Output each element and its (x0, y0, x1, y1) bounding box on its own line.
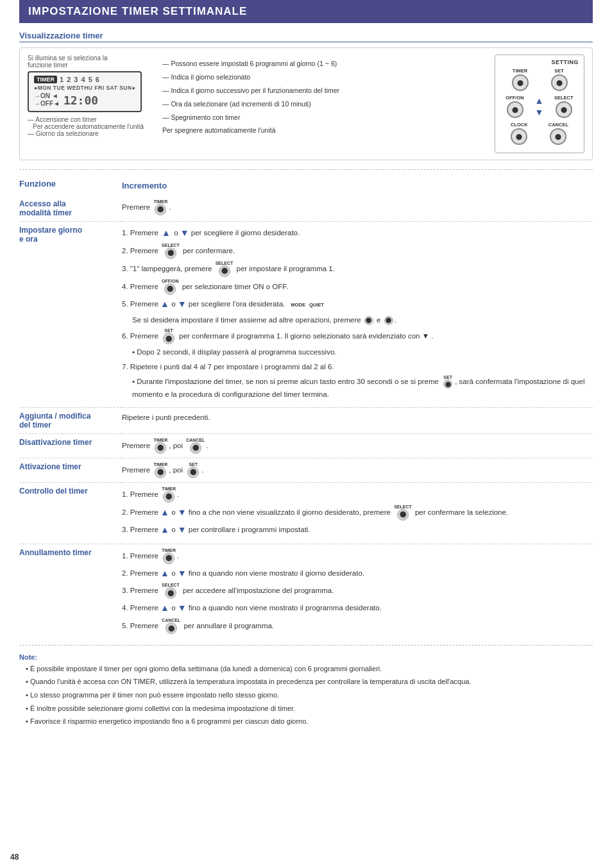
annot-5: Per spegnere automaticamente l'unità (162, 124, 488, 137)
down-ann4: ▼ (178, 603, 187, 613)
timer-icon-disatt: ⬤ (155, 442, 166, 454)
timer-time: 12:00 (64, 94, 98, 107)
btn-panel-title: SETTING (500, 59, 579, 65)
note-section: Note: • È possibile impostare il timer p… (19, 652, 593, 728)
annot-1: — Indica il giorno selezionato (162, 71, 488, 83)
annot-4: — Spegnimento con timer (162, 112, 488, 124)
divider-1 (19, 169, 593, 170)
incremento-aggiunta: Ripetere i punti precedenti. (122, 407, 593, 433)
page-number: 48 (10, 853, 19, 862)
up-arrow-1: ▲ (162, 226, 171, 241)
timer-off: →OFF◄ (34, 100, 60, 108)
step-7-sub: • Durante l'impostazione del timer, se n… (132, 375, 593, 401)
timer-days: ●MON TUE WEDTHU FRI SAT SUN● (34, 85, 135, 91)
step-1: 1. Premere ▲ o ▼ per scegliere il giorno… (122, 226, 593, 241)
incremento-controllo: 1. Premere TIMER ⬤ . 2. Premere ▲ o ▼ fi… (122, 482, 593, 544)
incremento-disatt: Premere TIMER ⬤ , poi CANCEL ⬤ . (122, 433, 593, 458)
funzione-disatt: Disattivazione timer (19, 433, 122, 458)
incremento-annull: 1. Premere TIMER ⬤ . 2. Premere ▲ o ▼ fi… (122, 544, 593, 640)
down-arrow-5: ▼ (178, 299, 187, 309)
quiet-item: QUIET (309, 301, 324, 310)
note-item-2: • Quando l'unità è accesa con ON TIMER, … (26, 676, 593, 688)
btn-offon: OFF/ON ⬤ (506, 95, 523, 118)
viz-buttons: SETTING TIMER ⬤ SET ⬤ (495, 54, 584, 153)
btn-row-1: TIMER ⬤ SET ⬤ (500, 68, 579, 91)
btn-timer-inline-wrap: TIMER ⬤ (153, 199, 167, 215)
step-7: 7. Ripetere i punti dal 4 al 7 per impos… (122, 361, 593, 374)
table-row: Impostare giornoe ora 1. Premere ▲ o ▼ p… (19, 222, 593, 408)
funzione-attiv: Attivazione timer (19, 458, 122, 482)
main-title: IMPOSTAZIONE TIMER SETTIMANALE (19, 0, 593, 23)
timer-numbers: 1 2 3 4 5 6 (60, 76, 100, 83)
btn-clock: CLOCK ⬤ (511, 122, 528, 145)
note-item-1: • È possibile impostare il timer per ogn… (26, 664, 593, 675)
note-item-5: • Favorisce il risparmio energetico impo… (26, 716, 593, 728)
funzione-aggiunta: Aggiunta / modificadel timer (19, 407, 122, 433)
timer-icon-attiv: ⬤ (155, 467, 166, 478)
viz-section-title: Visualizzazione timer (19, 31, 593, 42)
annot-0: — Possono essere impostati 6 programmi a… (162, 58, 488, 70)
funzione-annull: Annullamento timer (19, 544, 122, 640)
down-arrow-1: ▼ (180, 228, 189, 238)
down-ctrl2: ▼ (178, 506, 187, 517)
up-arrow-5: ▲ (160, 299, 169, 309)
select-icon-3: ⬤ (219, 265, 230, 277)
step-6: 6. Premere SET ⬤ per confermare il progr… (122, 328, 593, 344)
step-6-sub: • Dopo 2 secondi, il display passerà al … (132, 346, 593, 359)
set-wrap-6: SET ⬤ (162, 328, 176, 344)
set-icon-6: ⬤ (163, 333, 174, 344)
main-table: Funzione Incremento Accesso allamodalità… (19, 175, 593, 640)
down-ann2: ▼ (178, 568, 187, 578)
btn-row-2: OFF/ON ⬤ ▲ ▼ SELECT ⬤ (500, 95, 579, 118)
mode-icon: ⬤ (364, 316, 373, 325)
visualizzazione-box: Si illumina se si seleziona lafunzione t… (19, 47, 593, 160)
incremento-accesso: Premere TIMER ⬤ . (122, 196, 593, 222)
btn-cancel: CANCEL ⬤ (548, 122, 568, 145)
up-wrap-1: ▲ (162, 226, 171, 241)
table-row: Attivazione timer Premere TIMER ⬤ , poi … (19, 458, 593, 482)
left-label-1: Si illumina se si seleziona lafunzione t… (28, 54, 156, 69)
timer-wrap-attiv: TIMER ⬤ (153, 462, 167, 478)
cancel-icon-disatt: ⬤ (190, 442, 201, 454)
select-wrap-2: SELECT ⬤ (162, 243, 180, 259)
page: IMPOSTAZIONE TIMER SETTIMANALE Visualizz… (0, 0, 612, 868)
note-item-4: • È inoltre possibile selezionare giorni… (26, 703, 593, 715)
funzione-impostare: Impostare giornoe ora (19, 222, 122, 408)
note-item-3: • Lo stesso programma per il timer non p… (26, 690, 593, 701)
col-incremento-header: Incremento (122, 175, 593, 196)
timer-tag: TIMER (34, 76, 57, 83)
mode-item: MODE (291, 301, 305, 310)
up-ann4: ▲ (160, 603, 169, 613)
ctrl-step-2: 2. Premere ▲ o ▼ fino a che non viene vi… (122, 505, 593, 521)
select-icon-2: ⬤ (165, 247, 176, 259)
mode-quiet-wrap: MODE QUIET (291, 301, 323, 310)
timer-icon-inline: ⬤ (155, 204, 166, 215)
select-icon-ctrl2: ⬤ (397, 509, 409, 521)
select-icon-ann3: ⬤ (165, 587, 176, 599)
up-ctrl2: ▲ (160, 506, 169, 517)
timer-wrap-disatt: TIMER ⬤ (153, 438, 167, 454)
viz-annotations: — Possono essere impostati 6 programmi a… (162, 54, 488, 138)
note-title: Note: (19, 652, 593, 664)
up-ctrl3: ▲ (160, 524, 169, 535)
col-funzione-header: Funzione (19, 175, 122, 196)
table-header-row: Funzione Incremento (19, 175, 593, 196)
incremento-impostare: 1. Premere ▲ o ▼ per scegliere il giorno… (122, 222, 593, 408)
timer-wrap-ann1: TIMER ⬤ (162, 548, 176, 564)
annot-3: — Ora da selezionare (ad incrementi di 1… (162, 98, 488, 110)
ann-step-4: 4. Premere ▲ o ▼ fino a quando non viene… (122, 601, 593, 616)
ctrl-step-1: 1. Premere TIMER ⬤ . (122, 487, 593, 503)
set-wrap-attiv: SET ⬤ (186, 462, 200, 478)
down-ctrl3: ▼ (178, 524, 187, 535)
set-icon-attiv: ⬤ (187, 467, 199, 478)
timer-label: TIMER (153, 199, 167, 204)
cancel-wrap-ann5: CANCEL ⬤ (162, 618, 180, 634)
btn-arrows: ▲ ▼ (534, 96, 543, 117)
ann-step-3: 3. Premere SELECT ⬤ per accedere all'imp… (122, 583, 593, 599)
timer-wrap-ctrl1: TIMER ⬤ (162, 487, 176, 503)
step-2: 2. Premere SELECT ⬤ per confermare. (122, 243, 593, 259)
set-wrap-7: SET ⬤ (442, 375, 454, 388)
table-row: Disattivazione timer Premere TIMER ⬤ , p… (19, 433, 593, 458)
ctrl-step-3: 3. Premere ▲ o ▼ per controllare i progr… (122, 522, 593, 538)
up-ann2: ▲ (160, 568, 169, 578)
